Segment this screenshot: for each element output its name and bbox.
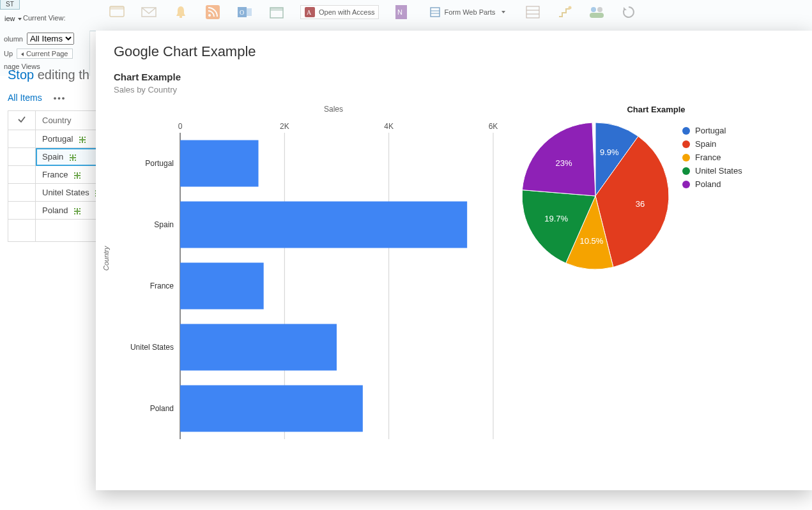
legend-item[interactable]: France bbox=[682, 153, 742, 162]
legend-swatch bbox=[682, 167, 690, 175]
svg-rect-34 bbox=[75, 154, 76, 156]
row-select-cell[interactable] bbox=[8, 166, 36, 184]
svg-rect-52 bbox=[79, 208, 80, 209]
form-web-parts-dropdown[interactable]: Form Web Parts bbox=[426, 6, 509, 19]
svg-rect-42 bbox=[79, 177, 80, 179]
people-icon[interactable] bbox=[588, 4, 605, 20]
svg-rect-3 bbox=[180, 16, 182, 18]
legend-label: Unitel States bbox=[695, 166, 742, 176]
svg-text:2K: 2K bbox=[280, 122, 289, 131]
legend-swatch bbox=[682, 181, 690, 188]
row-select-cell[interactable] bbox=[8, 184, 36, 202]
stop-editing-text: Stop editing th bbox=[0, 64, 109, 89]
svg-text:36: 36 bbox=[636, 199, 645, 209]
stop-editing-link[interactable]: Stop bbox=[8, 68, 34, 82]
refresh-icon[interactable] bbox=[620, 4, 637, 20]
popup-subtext: Sales by Country bbox=[114, 85, 812, 94]
form-web-parts-label: Form Web Parts bbox=[444, 8, 495, 16]
popup-subtitle: Chart Example bbox=[114, 71, 812, 82]
row-select-cell[interactable] bbox=[8, 148, 36, 166]
svg-rect-64 bbox=[180, 140, 259, 187]
svg-rect-38 bbox=[74, 175, 80, 176]
view-more-menu[interactable]: ••• bbox=[54, 93, 66, 103]
svg-rect-39 bbox=[74, 172, 75, 174]
svg-text:Spain: Spain bbox=[154, 220, 174, 229]
select-all-checkbox[interactable] bbox=[8, 111, 36, 130]
svg-text:9.9%: 9.9% bbox=[600, 147, 619, 157]
legend-label: France bbox=[695, 153, 721, 162]
open-with-access-button[interactable]: A Open with Access bbox=[300, 5, 379, 19]
popup-title: Google Chart Example bbox=[114, 43, 812, 60]
svg-point-21 bbox=[569, 6, 572, 10]
legend-swatch bbox=[682, 127, 690, 135]
outlook-icon[interactable]: O bbox=[236, 4, 253, 20]
svg-text:France: France bbox=[150, 281, 174, 290]
svg-rect-1 bbox=[110, 6, 124, 10]
ribbon: ST iew Current View: O A Open with Acces… bbox=[0, 0, 812, 31]
country-list-table: Country Portugal Spain France Unitel Sta… bbox=[8, 110, 109, 242]
pie-chart-title: Chart Example bbox=[519, 105, 793, 114]
svg-rect-53 bbox=[74, 213, 75, 214]
ribbon-tab-list[interactable]: ST bbox=[0, 0, 20, 10]
new-step-icon[interactable] bbox=[556, 4, 573, 20]
legend-item[interactable]: Unitel States bbox=[682, 166, 742, 176]
ribbon-view-label: iew bbox=[4, 15, 15, 22]
view-all-items-link[interactable]: All Items bbox=[8, 93, 42, 103]
pie-chart: Chart Example 9.9%3610.5%19.7%23% Portug… bbox=[519, 105, 793, 273]
legend-label: Spain bbox=[695, 139, 716, 149]
legend-label: Portugal bbox=[695, 126, 726, 135]
svg-text:4K: 4K bbox=[384, 122, 394, 131]
svg-point-22 bbox=[591, 7, 596, 12]
edit-list-icon[interactable] bbox=[525, 4, 541, 20]
calendar-icon[interactable] bbox=[268, 4, 285, 20]
current-page-button[interactable]: Current Page bbox=[17, 49, 72, 59]
row-select-cell[interactable] bbox=[8, 130, 36, 148]
svg-rect-51 bbox=[74, 208, 75, 209]
svg-rect-30 bbox=[84, 142, 86, 143]
quick-edit-icon[interactable] bbox=[109, 4, 125, 20]
legend-swatch bbox=[682, 154, 690, 161]
svg-rect-50 bbox=[74, 211, 80, 212]
row-select-cell[interactable] bbox=[8, 202, 36, 220]
svg-rect-28 bbox=[84, 137, 86, 138]
envelope-icon[interactable] bbox=[141, 4, 157, 20]
ribbon-currentview-label: Current View: bbox=[23, 14, 65, 22]
svg-rect-24 bbox=[590, 13, 604, 18]
svg-rect-33 bbox=[70, 154, 71, 156]
svg-text:6K: 6K bbox=[489, 122, 498, 131]
svg-rect-66 bbox=[180, 202, 467, 248]
svg-rect-35 bbox=[70, 160, 71, 161]
svg-point-23 bbox=[597, 7, 602, 12]
legend-swatch bbox=[682, 140, 690, 148]
svg-rect-68 bbox=[180, 263, 264, 310]
onenote-icon[interactable]: N bbox=[394, 4, 411, 20]
svg-rect-18 bbox=[526, 6, 539, 18]
svg-rect-72 bbox=[180, 386, 363, 432]
pie-legend: PortugalSpainFranceUnitel StatesPoland bbox=[682, 126, 742, 193]
svg-rect-27 bbox=[79, 137, 80, 138]
ribbon-column-label: olumn bbox=[4, 35, 23, 43]
svg-text:10.5%: 10.5% bbox=[580, 236, 604, 246]
svg-rect-10 bbox=[270, 8, 283, 11]
svg-text:N: N bbox=[397, 8, 402, 16]
bar-chart: Sales Country 02K4K6KPortugalSpainFrance… bbox=[110, 105, 519, 452]
svg-text:Portugal: Portugal bbox=[145, 159, 174, 168]
chart-popup: Google Chart Example Chart Example Sales… bbox=[96, 31, 812, 490]
svg-text:19.7%: 19.7% bbox=[544, 214, 568, 223]
svg-text:0: 0 bbox=[178, 122, 183, 131]
legend-label: Poland bbox=[695, 179, 721, 189]
current-page-label: Current Page bbox=[26, 50, 68, 57]
current-view-select[interactable]: All Items bbox=[27, 33, 74, 45]
ribbon-view-dropdown[interactable]: iew bbox=[0, 13, 26, 24]
svg-rect-26 bbox=[79, 139, 86, 140]
svg-rect-8 bbox=[247, 8, 252, 16]
bar-chart-ylabel: Country bbox=[102, 246, 110, 271]
legend-item[interactable]: Poland bbox=[682, 179, 742, 189]
legend-item[interactable]: Portugal bbox=[682, 126, 742, 135]
rss-icon[interactable] bbox=[204, 4, 221, 20]
legend-item[interactable]: Spain bbox=[682, 139, 742, 149]
bar-chart-title: Sales bbox=[148, 105, 519, 114]
alert-icon[interactable] bbox=[172, 4, 189, 20]
svg-rect-40 bbox=[79, 172, 80, 174]
svg-text:Poland: Poland bbox=[150, 404, 174, 413]
